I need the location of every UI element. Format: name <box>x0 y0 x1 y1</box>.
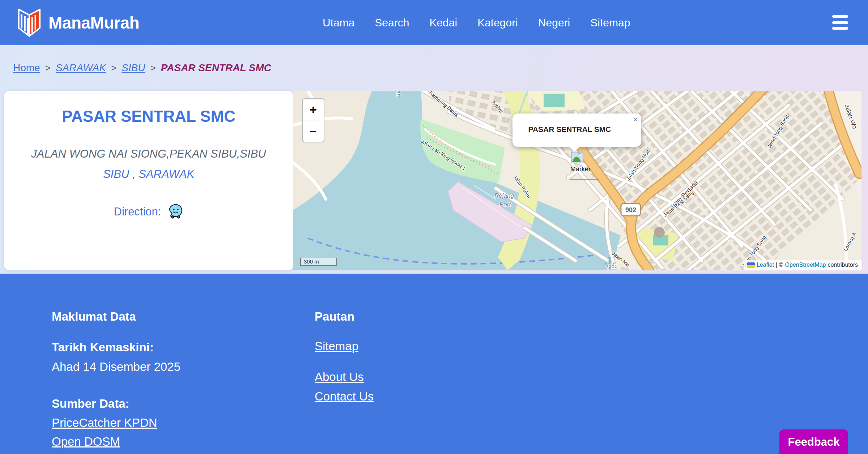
nav-item-utama[interactable]: Utama <box>323 17 354 29</box>
marker-alt-text: Marker <box>570 166 591 173</box>
comma-separator: , <box>132 168 136 180</box>
footer-heading-maklumat: Maklumat Data <box>52 310 180 324</box>
footer-heading-pautan: Pautan <box>315 310 374 324</box>
ukraine-flag-icon <box>747 262 755 268</box>
store-address: JALAN WONG NAI SIONG,PEKAN SIBU,SIBU <box>4 146 293 163</box>
nav-item-negeri[interactable]: Negeri <box>538 17 570 29</box>
store-title: PASAR SENTRAL SMC <box>4 107 293 125</box>
footer-link-contact[interactable]: Contact Us <box>315 390 374 403</box>
map-zoom-control: + − <box>302 98 324 142</box>
nav-item-search[interactable]: Search <box>375 17 409 29</box>
hamburger-menu-icon[interactable] <box>832 15 848 30</box>
footer-data-column: Maklumat Data Tarikh Kemaskini: Ahad 14 … <box>52 310 180 449</box>
footer-link-opendosm[interactable]: Open DOSM <box>52 435 180 449</box>
main-content: PASAR SENTRAL SMC JALAN WONG NAI SIONG,P… <box>4 91 861 270</box>
direction-row: Direction: <box>4 203 293 221</box>
main-nav: Utama Search Kedai Kategori Negeri Sitem… <box>323 0 630 45</box>
attribution-suffix: contributors <box>827 262 858 268</box>
popup-close-icon[interactable]: × <box>633 115 638 124</box>
svg-text:902: 902 <box>625 206 636 214</box>
breadcrumb-separator: > <box>111 63 116 74</box>
brand-title: ManaMurah <box>48 13 139 33</box>
nav-item-kedai[interactable]: Kedai <box>429 17 457 29</box>
breadcrumb-separator: > <box>45 63 51 74</box>
leaflet-link[interactable]: Leaflet <box>757 262 774 268</box>
map-attribution: Leaflet | © OpenStreetMap contributors <box>744 260 861 270</box>
navbar: ManaMurah Utama Search Kedai Kategori Ne… <box>0 0 868 45</box>
route-badge-902: 902 <box>621 204 641 216</box>
footer-link-about[interactable]: About Us <box>315 370 374 384</box>
map-marker[interactable]: Marker <box>570 151 599 180</box>
breadcrumb-home[interactable]: Home <box>13 62 40 74</box>
breadcrumb-district[interactable]: SIBU <box>122 62 145 74</box>
footer-links-column: Pautan Sitemap About Us Contact Us <box>315 310 374 403</box>
brand-logo-link[interactable]: ManaMurah <box>17 7 139 39</box>
feedback-button[interactable]: Feedback <box>779 429 848 454</box>
map-scale-bar: 300 m <box>300 258 337 266</box>
nav-item-sitemap[interactable]: Sitemap <box>590 17 630 29</box>
state-link[interactable]: SARAWAK <box>139 168 194 180</box>
osm-link[interactable]: OpenStreetMap <box>785 262 826 268</box>
zoom-out-button[interactable]: − <box>303 120 324 142</box>
waze-icon[interactable] <box>167 203 183 221</box>
map-label-rejang: Rejang <box>494 192 514 199</box>
updated-value: Ahad 14 Disember 2025 <box>52 360 180 374</box>
footer-link-sitemap[interactable]: Sitemap <box>315 339 374 353</box>
direction-label: Direction: <box>114 205 161 218</box>
breadcrumb-current: PASAR SENTRAL SMC <box>161 62 271 74</box>
store-location-links: SIBU , SARAWAK <box>4 168 293 181</box>
footer: Maklumat Data Tarikh Kemaskini: Ahad 14 … <box>0 274 868 454</box>
leaflet-map[interactable]: 902 ⚓ Igan Kampung Datuk Archer Jalan La… <box>293 91 861 270</box>
source-label: Sumber Data: <box>52 397 180 411</box>
breadcrumb-state[interactable]: SARAWAK <box>56 62 106 74</box>
footer-link-pricecatcher[interactable]: PriceCatcher KPDN <box>52 416 180 430</box>
district-link[interactable]: SIBU <box>103 168 129 180</box>
popup-title: PASAR SENTRAL SMC <box>512 125 627 134</box>
store-card: PASAR SENTRAL SMC JALAN WONG NAI SIONG,P… <box>4 91 293 270</box>
map-label-port: Port <box>499 201 511 208</box>
manamurah-logo-icon <box>17 7 42 39</box>
breadcrumb: Home > SARAWAK > SIBU > PASAR SENTRAL SM… <box>13 62 271 74</box>
nav-item-kategori[interactable]: Kategori <box>477 17 518 29</box>
breadcrumb-separator: > <box>150 63 156 74</box>
map-popup: PASAR SENTRAL SMC × <box>512 113 641 147</box>
map-label-river: Igan <box>395 91 402 97</box>
broken-image-icon <box>571 152 583 163</box>
attribution-separator: | © <box>776 262 783 268</box>
zoom-in-button[interactable]: + <box>303 99 324 120</box>
updated-label: Tarikh Kemaskini: <box>52 340 180 354</box>
